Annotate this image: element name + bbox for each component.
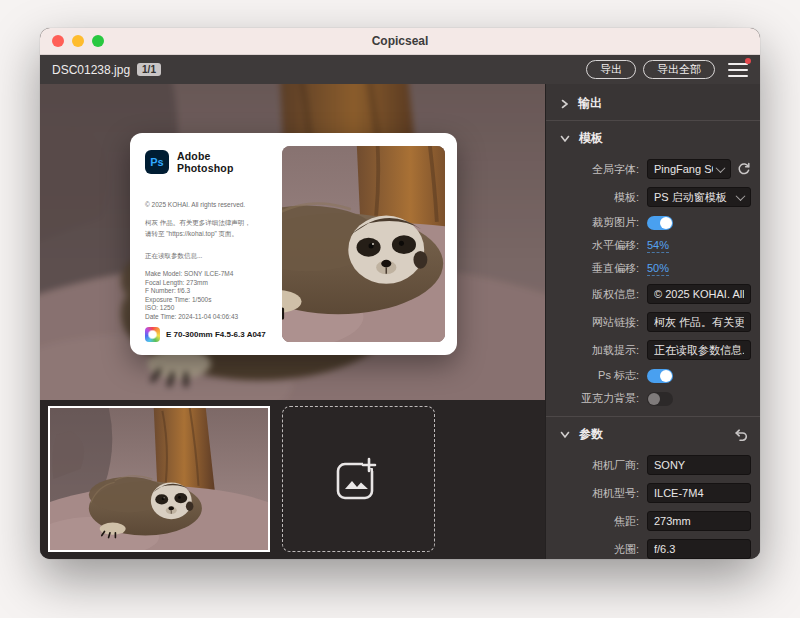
chevron-down-icon	[560, 430, 570, 439]
exif-line: Focal Length: 273mm	[145, 279, 270, 288]
template-label: 模板:	[546, 190, 647, 205]
card-lens-label: E 70-300mm F4.5-6.3 A047	[166, 330, 266, 339]
card-copyright: © 2025 KOHAI. All rights reserved.	[145, 201, 270, 208]
vertical-offset-value[interactable]: 50%	[647, 261, 669, 276]
global-font-label: 全局字体:	[546, 162, 647, 177]
chevron-down-icon	[736, 191, 746, 201]
card-exif-list: Make Model: SONY ILCE-7M4 Focal Length: …	[145, 270, 270, 322]
template-select[interactable]: PS 启动窗模板	[647, 187, 751, 207]
website-input[interactable]	[647, 312, 751, 332]
crop-image-label: 裁剪图片:	[546, 215, 647, 230]
ps-logo-toggle[interactable]	[647, 369, 673, 383]
section-header-template[interactable]: 模板	[546, 121, 760, 155]
copyright-label: 版权信息:	[546, 287, 647, 302]
aperture-input[interactable]	[647, 539, 751, 559]
camera-model-input[interactable]	[647, 483, 751, 503]
add-image-dropzone[interactable]	[282, 406, 435, 552]
settings-sidebar: 输出 模板 全局字体: PingFang SC 模板	[545, 84, 760, 559]
crop-image-toggle[interactable]	[647, 216, 673, 230]
minimize-window-button[interactable]	[72, 35, 84, 47]
lens-color-icon	[145, 327, 160, 342]
card-loading-text: 正在读取参数信息...	[145, 252, 270, 261]
zoom-window-button[interactable]	[92, 35, 104, 47]
exif-line: Exposure Time: 1/500s	[145, 296, 270, 305]
exif-line: F Number: f/6.3	[145, 287, 270, 296]
left-pane: Ps Adobe Photoshop © 2025 KOHAI. All rig…	[40, 84, 545, 559]
photoshop-logo-icon: Ps	[145, 150, 169, 174]
focal-length-label: 焦距:	[546, 514, 647, 529]
watermark-card: Ps Adobe Photoshop © 2025 KOHAI. All rig…	[130, 133, 457, 355]
add-image-icon	[333, 455, 385, 503]
preview-canvas: Ps Adobe Photoshop © 2025 KOHAI. All rig…	[40, 84, 545, 400]
close-window-button[interactable]	[52, 35, 64, 47]
chevron-down-icon	[716, 163, 726, 173]
horizontal-offset-label: 水平偏移:	[546, 238, 647, 253]
loading-hint-input[interactable]	[647, 340, 751, 360]
focal-length-input[interactable]	[647, 511, 751, 531]
traffic-lights	[52, 35, 104, 47]
notification-dot	[745, 58, 751, 64]
loading-hint-label: 加载提示:	[546, 343, 647, 358]
current-filename: DSC01238.jpg	[52, 63, 130, 77]
thumbnail-strip	[40, 400, 545, 559]
exif-line: Make Model: SONY ILCE-7M4	[145, 270, 270, 279]
exif-line: ISO: 1250	[145, 304, 270, 313]
chevron-down-icon	[560, 134, 570, 143]
camera-make-label: 相机厂商:	[546, 458, 647, 473]
ps-logo-label: Ps 标志:	[546, 368, 647, 383]
copyright-input[interactable]	[647, 284, 751, 304]
menu-button[interactable]	[728, 62, 748, 78]
acrylic-bg-label: 亚克力背景:	[546, 391, 647, 406]
global-font-select[interactable]: PingFang SC	[647, 159, 731, 179]
camera-make-input[interactable]	[647, 455, 751, 475]
card-legal-text: 柯灰 作品。有关更多详细法律声明， 请转至 "https://kohai.top…	[145, 217, 270, 239]
card-photo	[282, 146, 445, 342]
horizontal-offset-value[interactable]: 54%	[647, 238, 669, 253]
section-header-params[interactable]: 参数	[546, 417, 760, 451]
website-label: 网站链接:	[546, 315, 647, 330]
vertical-offset-label: 垂直偏移:	[546, 261, 647, 276]
image-counter-badge: 1/1	[137, 63, 161, 76]
chevron-right-icon	[560, 99, 569, 109]
thumbnail-selected[interactable]	[48, 406, 270, 552]
camera-model-label: 相机型号:	[546, 486, 647, 501]
section-header-output[interactable]: 输出	[546, 86, 760, 120]
titlebar: Copicseal	[40, 28, 760, 55]
window-title: Copicseal	[372, 34, 429, 48]
refresh-fonts-button[interactable]	[737, 162, 751, 176]
export-button[interactable]: 导出	[586, 60, 636, 79]
reset-params-button[interactable]	[733, 428, 748, 441]
card-app-title: Adobe Photoshop	[177, 150, 270, 174]
exif-line: Date Time: 2024-11-04 04:06:43	[145, 313, 270, 322]
aperture-label: 光圈:	[546, 542, 647, 557]
export-all-button[interactable]: 导出全部	[643, 60, 715, 79]
acrylic-bg-toggle[interactable]	[647, 392, 673, 406]
toolbar: DSC01238.jpg 1/1 导出 导出全部	[40, 55, 760, 84]
app-window: Copicseal DSC01238.jpg 1/1 导出 导出全部	[40, 28, 760, 559]
